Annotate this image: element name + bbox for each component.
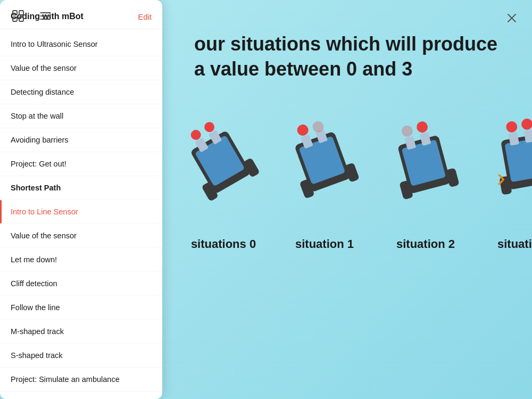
list-icon	[40, 10, 52, 22]
situation-2-label: situation 2	[396, 237, 455, 251]
sidebar-item-follow-line[interactable]: Follow the line	[0, 296, 162, 320]
sidebar-item-value-sensor-2[interactable]: Value of the sensor	[0, 224, 162, 248]
sidebar-item-stop-at-wall[interactable]: Stop at the wall	[0, 104, 162, 128]
svg-point-9	[40, 19, 41, 20]
sidebar-item-intro-line-sensor[interactable]: Intro to Line Sensor	[0, 200, 162, 224]
svg-rect-3	[19, 17, 23, 21]
svg-point-34	[401, 124, 414, 138]
main-content: our situations which will produce a valu…	[162, 0, 532, 399]
grid-icon	[12, 10, 24, 22]
robot-col-0: situations 0	[178, 103, 269, 251]
robot-svg-1	[279, 103, 370, 231]
sidebar-list: Intro to Ultrasonic SensorValue of the s…	[0, 29, 162, 399]
robot-col-1: situation 1	[279, 103, 370, 251]
situation-3-label: situation 3	[497, 237, 532, 251]
robot-col-3: situation 3	[481, 103, 532, 251]
main-heading: our situations which will produce a valu…	[194, 32, 503, 82]
sidebar-item-detecting-distance[interactable]: Detecting distance	[0, 80, 162, 104]
sidebar-item-cliff-detection[interactable]: Cliff detection	[0, 272, 162, 296]
svg-rect-2	[13, 17, 17, 21]
sidebar-item-project-ambulance[interactable]: Project: Simulate an ambulance	[0, 368, 162, 392]
grid-view-button[interactable]	[9, 6, 28, 26]
sidebar-item-avoiding-barriers[interactable]: Avoiding barriers	[0, 128, 162, 152]
svg-point-43	[521, 118, 532, 130]
situation-1-label: situation 1	[295, 237, 354, 251]
sidebar-item-project-get-out[interactable]: Project: Get out!	[0, 152, 162, 176]
sidebar: Coding with mBot Edit Intro to Ultrasoni…	[0, 0, 162, 399]
robot-svg-3	[481, 103, 532, 231]
list-view-button[interactable]	[36, 6, 55, 26]
next-arrow-button[interactable]: ›	[497, 162, 505, 192]
robot-svg-0	[178, 103, 269, 231]
sidebar-item-let-me-down[interactable]: Let me down!	[0, 248, 162, 272]
robot-svg-2	[380, 103, 471, 231]
svg-point-35	[415, 120, 429, 134]
svg-rect-1	[19, 11, 23, 15]
sidebar-item-s-shaped-track[interactable]: S-shaped track	[0, 344, 162, 368]
top-bar-left	[9, 6, 55, 26]
sidebar-item-value-sensor-1[interactable]: Value of the sensor	[0, 56, 162, 80]
robots-area: situations 0 situation 1	[194, 103, 511, 251]
sidebar-item-shortest-path[interactable]: Shortest Path	[0, 176, 162, 200]
sidebar-item-intro-ultrasonic[interactable]: Intro to Ultrasonic Sensor	[0, 32, 162, 56]
svg-point-7	[40, 12, 41, 13]
robot-col-2: situation 2	[380, 103, 471, 251]
svg-rect-0	[13, 11, 17, 15]
svg-point-42	[505, 120, 518, 133]
svg-point-8	[40, 15, 41, 16]
svg-rect-31	[445, 168, 460, 187]
sidebar-item-m-shaped-track[interactable]: M-shaped track	[0, 320, 162, 344]
situation-0-label: situations 0	[191, 237, 256, 251]
